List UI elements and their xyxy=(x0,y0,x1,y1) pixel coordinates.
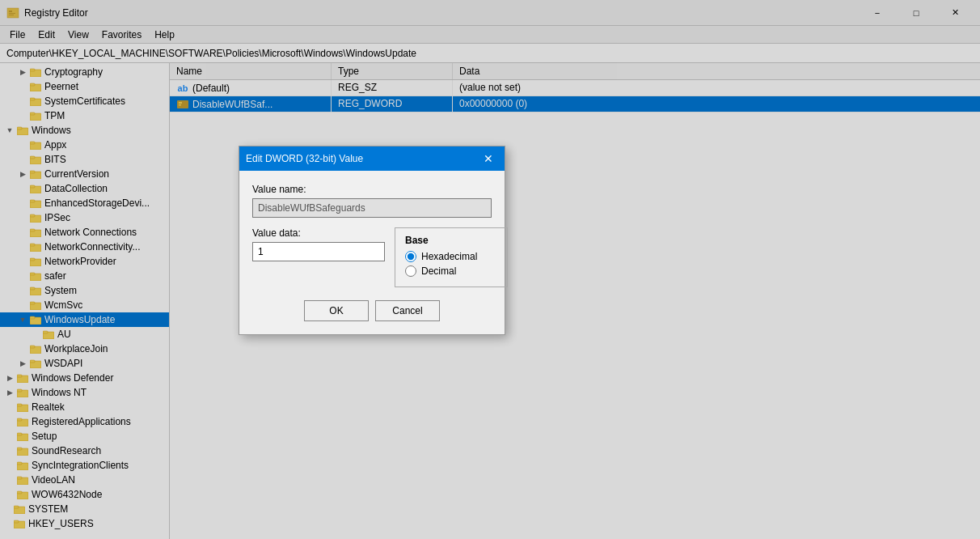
dialog-body: Value name: Value data: Base Hexadecimal xyxy=(239,171,505,334)
ok-button[interactable]: OK xyxy=(304,300,369,321)
dec-radio-row: Decimal xyxy=(405,265,497,277)
dialog-title: Edit DWORD (32-bit) Value xyxy=(246,153,363,164)
value-data-input[interactable] xyxy=(252,242,385,261)
value-name-label: Value name: xyxy=(252,184,492,195)
dialog-buttons: OK Cancel xyxy=(252,300,492,321)
value-name-input[interactable] xyxy=(252,198,492,218)
dialog-data-row: Value data: Base Hexadecimal Decimal xyxy=(252,227,492,287)
hex-radio-label: Hexadecimal xyxy=(421,251,477,262)
cancel-button[interactable]: Cancel xyxy=(375,300,440,321)
dialog-close-button[interactable]: ✕ xyxy=(479,149,498,168)
modal-overlay: Edit DWORD (32-bit) Value ✕ Value name: … xyxy=(0,0,980,539)
base-title: Base xyxy=(405,235,497,246)
edit-dword-dialog: Edit DWORD (32-bit) Value ✕ Value name: … xyxy=(239,146,505,335)
hex-radio[interactable] xyxy=(405,251,416,262)
hex-radio-row: Hexadecimal xyxy=(405,251,497,262)
dec-radio-label: Decimal xyxy=(421,265,456,277)
dialog-title-bar: Edit DWORD (32-bit) Value ✕ xyxy=(239,146,505,171)
value-left-section: Value data: xyxy=(252,227,385,287)
base-section: Base Hexadecimal Decimal xyxy=(395,227,508,287)
dec-radio[interactable] xyxy=(405,265,416,277)
value-data-label: Value data: xyxy=(252,227,385,239)
